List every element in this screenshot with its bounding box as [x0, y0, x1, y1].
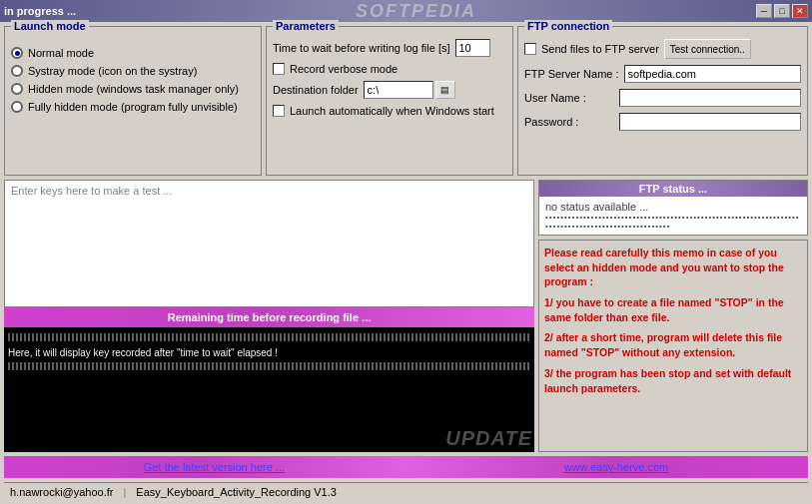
status-email: h.nawrocki@yahoo.fr [10, 486, 114, 498]
time-wait-input[interactable] [455, 39, 490, 57]
radio-fully-hidden-mode[interactable]: Fully hidden mode (program fully unvisib… [11, 101, 255, 113]
launch-auto-checkbox[interactable] [273, 105, 285, 117]
ftp-password-label: Password : [524, 116, 614, 128]
ftp-server-row: FTP Server Name : [524, 65, 801, 83]
send-files-label: Send files to FTP server [541, 43, 659, 55]
folder-icon: ▤ [440, 85, 449, 95]
memo-panel: Please read carefully this memo in case … [538, 240, 808, 452]
status-app-name: Easy_Keyboard_Activity_Recording V1.3 [136, 486, 337, 498]
radio-label-hidden: Hidden mode (windows task manager only) [28, 83, 239, 95]
ftp-status-content: no status available ... ••••••••••••••••… [539, 197, 807, 235]
window-controls: ─ □ ✕ [756, 4, 808, 18]
radio-systray-mode[interactable]: Systray mode (icon on the systray) [11, 65, 255, 77]
softpedia-logo: SOFTPEDIA [356, 1, 476, 22]
recording-bars-bottom [8, 362, 530, 370]
ftp-connection-title: FTP connection [524, 20, 612, 32]
radio-dot-normal [11, 47, 23, 59]
memo-intro: Please read carefully this memo in case … [544, 246, 802, 289]
radio-label-fully-hidden: Fully hidden mode (program fully unvisib… [28, 101, 238, 113]
status-bar: h.nawrocki@yahoo.fr | Easy_Keyboard_Acti… [4, 482, 808, 500]
launch-auto-label: Launch automatically when Windows start [290, 105, 494, 117]
key-test-placeholder: Enter keys here to make a test ... [11, 185, 172, 197]
time-wait-row: Time to wait before writing log file [s] [273, 39, 506, 57]
footer-link-left[interactable]: Get the latest version here ... [144, 461, 285, 473]
maximize-button[interactable]: □ [774, 4, 790, 18]
close-button[interactable]: ✕ [792, 4, 808, 18]
ftp-send-row: Send files to FTP server Test connection… [524, 39, 801, 59]
ftp-password-input[interactable] [619, 113, 801, 131]
title-bar: in progress ... SOFTPEDIA ─ □ ✕ [0, 0, 812, 22]
left-section: Enter keys here to make a test ... Remai… [4, 180, 534, 452]
record-verbose-row: Record verbose mode [273, 63, 506, 75]
record-verbose-checkbox[interactable] [273, 63, 285, 75]
radio-dot-systray [11, 65, 23, 77]
ftp-status-panel: FTP status ... no status available ... •… [538, 180, 808, 236]
launch-mode-panel: Launch mode Normal mode Systray mode (ic… [4, 26, 262, 176]
middle-area: Enter keys here to make a test ... Remai… [4, 180, 808, 452]
destination-label: Destination folder [273, 84, 359, 96]
radio-dot-hidden [11, 83, 23, 95]
ftp-username-label: User Name : [524, 92, 614, 104]
send-files-checkbox[interactable] [524, 43, 536, 55]
destination-folder-row: Destination folder ▤ [273, 81, 506, 99]
launch-auto-row: Launch automatically when Windows start [273, 105, 506, 117]
window-title: in progress ... [4, 5, 76, 17]
memo-step-2: 2/ after a short time, program will dele… [544, 330, 802, 359]
main-window: Launch mode Normal mode Systray mode (ic… [0, 22, 812, 504]
top-row: Launch mode Normal mode Systray mode (ic… [4, 26, 808, 176]
status-separator: | [124, 486, 127, 498]
radio-hidden-mode[interactable]: Hidden mode (windows task manager only) [11, 83, 255, 95]
memo-step-1: 1/ you have to create a file named "STOP… [544, 295, 802, 324]
key-test-area[interactable]: Enter keys here to make a test ... [4, 180, 534, 307]
minimize-button[interactable]: ─ [756, 4, 772, 18]
recording-bars-top [8, 333, 530, 341]
parameters-panel: Parameters Time to wait before writing l… [266, 26, 513, 176]
memo-step-3: 3/ the program has been stop and set wit… [544, 366, 802, 395]
launch-mode-title: Launch mode [11, 20, 89, 32]
progress-label: Remaining time before recording file ... [168, 311, 372, 323]
record-verbose-label: Record verbose mode [290, 63, 398, 75]
parameters-title: Parameters [273, 20, 339, 32]
footer-link-right[interactable]: www.easy-herve.com [564, 461, 669, 473]
browse-folder-button[interactable]: ▤ [435, 81, 455, 99]
watermark: UPDATE [445, 427, 532, 450]
ftp-username-input[interactable] [619, 89, 801, 107]
progress-bar: Remaining time before recording file ... [4, 307, 534, 327]
radio-label-systray: Systray mode (icon on the systray) [28, 65, 197, 77]
ftp-connection-panel: FTP connection Send files to FTP server … [517, 26, 808, 176]
ftp-username-row: User Name : [524, 89, 801, 107]
memo-content: Please read carefully this memo in case … [539, 241, 807, 451]
recording-area: Here, it will display key recorded after… [4, 327, 534, 453]
ftp-password-row: Password : [524, 113, 801, 131]
ftp-status-dots: ••••••••••••••••••••••••••••••••••••••••… [545, 213, 801, 231]
footer-bar: Get the latest version here ... www.easy… [4, 456, 808, 478]
ftp-status-title: FTP status ... [539, 181, 807, 197]
ftp-server-label: FTP Server Name : [524, 68, 619, 80]
ftp-server-input[interactable] [624, 65, 801, 83]
destination-input[interactable] [364, 81, 433, 99]
test-connection-button[interactable]: Test connection.. [664, 39, 751, 59]
radio-dot-fully-hidden [11, 101, 23, 113]
radio-normal-mode[interactable]: Normal mode [11, 47, 255, 59]
time-wait-label: Time to wait before writing log file [s] [273, 42, 450, 54]
ftp-status-text: no status available ... [545, 201, 801, 213]
right-column: FTP status ... no status available ... •… [538, 180, 808, 452]
radio-label-normal: Normal mode [28, 47, 94, 59]
launch-mode-radio-group: Normal mode Systray mode (icon on the sy… [11, 47, 255, 113]
recording-info: Here, it will display key recorded after… [8, 347, 530, 358]
